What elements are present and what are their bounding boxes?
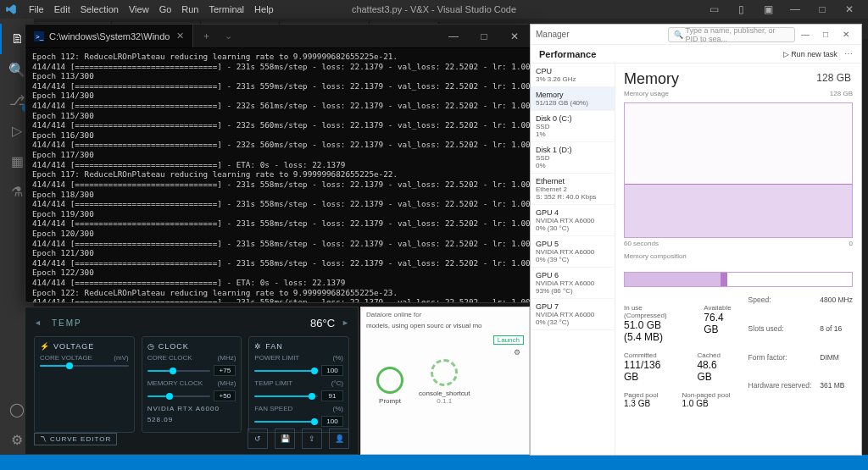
tm-side-item[interactable]: GPU 6NVIDIA RTX A600093% (86 °C): [531, 268, 615, 299]
menu-run[interactable]: Run: [176, 4, 203, 14]
fan-speed-value: 100: [321, 416, 343, 427]
status-bar[interactable]: [0, 455, 868, 470]
tm-sidebar: CPU3% 3.26 GHzMemory51/128 GB (40%)Disk …: [531, 64, 615, 455]
terminal-window: >_ C:\windows\System32\Windo ✕ ＋ ⌄ — □ ✕…: [25, 24, 531, 303]
terminal-output[interactable]: Epoch 112: ReduceLROnPlateau reducing le…: [25, 48, 530, 302]
search-small-icon: 🔍: [674, 30, 683, 39]
task-manager-window: Manager 🔍 Type a name, publisher, or PID…: [530, 24, 862, 456]
menu-edit[interactable]: Edit: [49, 4, 75, 14]
core-clock-slider[interactable]: [147, 370, 211, 372]
temp-limit-slider[interactable]: [254, 395, 318, 397]
toggle-sidebar-icon[interactable]: ▯: [727, 3, 754, 15]
terminal-close-icon[interactable]: ✕: [499, 30, 530, 42]
curve-editor-button[interactable]: 〽CURVE EDITOR: [34, 433, 117, 445]
nav-left-icon[interactable]: ◄: [34, 318, 42, 327]
close-icon[interactable]: ✕: [836, 3, 863, 15]
terminal-tab-close-icon[interactable]: ✕: [176, 30, 184, 41]
gauge-icon: ◷: [147, 342, 155, 351]
tm-tab-performance[interactable]: Performance: [539, 49, 596, 59]
menu-selection[interactable]: Selection: [75, 4, 124, 14]
bolt-icon: ⚡: [40, 342, 50, 351]
tm-more-icon[interactable]: ⋯: [844, 49, 853, 58]
tm-side-item[interactable]: CPU3% 3.26 GHz: [531, 64, 615, 87]
launcher-panel: Datalore online for models, using open s…: [360, 307, 530, 455]
memory-composition-bar: [624, 272, 853, 287]
core-voltage-slider[interactable]: [40, 365, 129, 367]
memory-clock-value: +50: [214, 390, 236, 401]
memory-details: Speed:4800 MHzSlots used:8 of 16Form fac…: [748, 296, 853, 408]
layout-icon[interactable]: ▣: [754, 3, 782, 15]
nav-right-icon[interactable]: ►: [342, 318, 349, 327]
power-limit-slider[interactable]: [254, 370, 318, 372]
tm-side-item[interactable]: Memory51/128 GB (40%): [531, 87, 615, 111]
datalore-label: Datalore online for: [366, 311, 421, 318]
terminal-minimize-icon[interactable]: —: [438, 30, 469, 42]
memory-usage-chart: [624, 102, 853, 238]
powershell-icon: >_: [34, 31, 44, 41]
profile-user-icon[interactable]: 👤: [329, 429, 349, 449]
toggle-panel-icon[interactable]: ▭: [700, 3, 727, 15]
fan-speed-slider[interactable]: [254, 421, 318, 423]
terminal-titlebar: >_ C:\windows\System32\Windo ✕ ＋ ⌄ — □ ✕: [25, 25, 530, 48]
menu-help[interactable]: Help: [249, 4, 279, 14]
voltage-section: ⚡VOLTAGE CORE VOLTAGE(mV): [34, 336, 135, 433]
temp-label: TEMP: [52, 318, 82, 328]
tm-title: Manager: [536, 30, 569, 39]
fan-icon: ✲: [254, 342, 262, 351]
menu-view[interactable]: View: [124, 4, 154, 14]
prompt-card[interactable]: Prompt: [376, 367, 403, 405]
fan-section: ✲FAN POWER LIMIT(%) 100 TEMP LIMIT(°C) 9…: [248, 336, 349, 433]
tm-close-icon[interactable]: ✕: [836, 30, 856, 39]
core-clock-value: +75: [214, 365, 236, 376]
launch-button[interactable]: Launch: [493, 335, 524, 345]
power-limit-value: 100: [321, 365, 343, 376]
console-shortcut-card[interactable]: console_shortcut 0.1.1: [419, 359, 470, 405]
tm-side-item[interactable]: Disk 0 (C:)SSD1%: [531, 111, 615, 142]
temp-value: 86°C: [310, 317, 335, 329]
export-icon[interactable]: ⇪: [302, 429, 322, 449]
tm-minimize-icon[interactable]: —: [795, 30, 815, 39]
terminal-tab[interactable]: >_ C:\windows\System32\Windo ✕: [25, 25, 193, 47]
tm-main: Memory 128 GB Memory usage128 GB 60 seco…: [615, 64, 861, 455]
terminal-tab-dropdown-icon[interactable]: ⌄: [220, 30, 237, 41]
tm-search-input[interactable]: 🔍 Type a name, publisher, or PID to sea.…: [668, 27, 795, 42]
menu-terminal[interactable]: Terminal: [204, 4, 250, 14]
temp-limit-value: 91: [321, 390, 343, 401]
gpu-name: NVIDIA RTX A6000: [147, 405, 236, 412]
settings-icon[interactable]: ⚙: [514, 348, 520, 357]
run-new-task-button[interactable]: ▷ Run new task: [783, 50, 837, 58]
memory-clock-slider[interactable]: [147, 395, 211, 397]
vscode-menubar: File Edit Selection View Go Run Terminal…: [0, 0, 868, 19]
terminal-new-tab-icon[interactable]: ＋: [193, 30, 220, 42]
reset-icon[interactable]: ↺: [248, 429, 268, 449]
tm-side-item[interactable]: EthernetEthernet 2S: 352 R: 40.0 Kbps: [531, 174, 615, 205]
tm-maximize-icon[interactable]: □: [815, 30, 836, 39]
tm-side-item[interactable]: GPU 5NVIDIA RTX A60000% (39 °C): [531, 236, 615, 268]
svg-text:>_: >_: [36, 33, 44, 41]
tm-side-item[interactable]: Disk 1 (D:)SSD0%: [531, 142, 615, 174]
tm-side-item[interactable]: GPU 7NVIDIA RTX A60000% (32 °C): [531, 299, 615, 330]
gpu-mem: 528.09: [147, 416, 236, 423]
vscode-logo-icon: [5, 3, 17, 15]
menu-go[interactable]: Go: [154, 4, 177, 14]
launcher-desc: models, using open sourc or visual mo: [361, 322, 529, 334]
minimize-icon[interactable]: —: [782, 3, 809, 15]
tm-side-item[interactable]: GPU 4NVIDIA RTX A60000% (30 °C): [531, 205, 615, 236]
terminal-maximize-icon[interactable]: □: [469, 30, 499, 42]
maximize-icon[interactable]: □: [809, 3, 836, 15]
menu-file[interactable]: File: [24, 4, 49, 14]
gpu-tuner-panel: ◄ TEMP 86°C ► ⚡VOLTAGE CORE VOLTAGE(mV) …: [25, 307, 359, 455]
save-profile-icon[interactable]: 💾: [275, 429, 295, 449]
memory-capacity: 128 GB: [816, 72, 851, 84]
clock-section: ◷CLOCK CORE CLOCK(MHz) +75 MEMORY CLOCK(…: [142, 336, 242, 433]
